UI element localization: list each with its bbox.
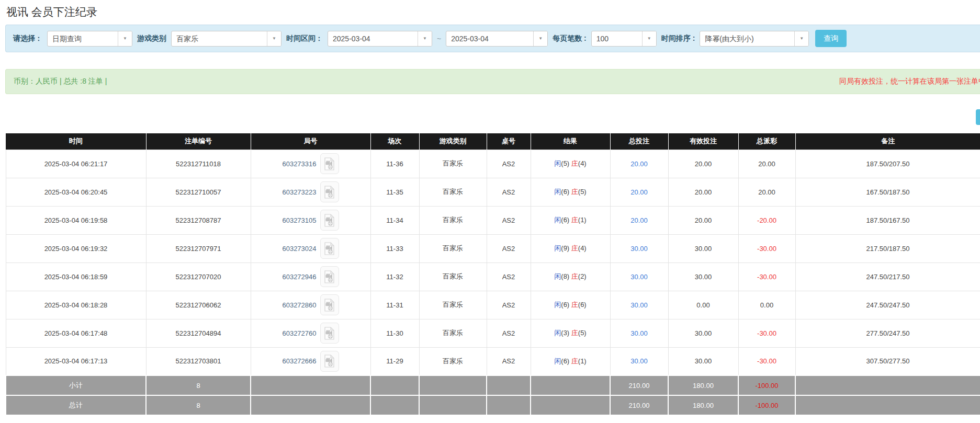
cell-remark: 277.50/247.50 [795,319,980,347]
col-header-game: 游戏类别 [419,133,487,150]
search-type-select[interactable]: 日期查询▼ [47,31,132,47]
result-player-label: 闲 [554,301,561,308]
cell-round: 603272666 [251,347,370,375]
cell-payout: -30.00 [738,262,795,291]
video-replay-button[interactable] [320,238,339,259]
table-row: 2025-03-04 06:19:58522312708787603273105… [6,206,980,234]
col-header-total_bet: 总投注 [610,133,668,150]
cell-bet_id: 522312710057 [146,178,251,206]
total-bet-value: 20.00 [630,188,648,196]
col-header-time: 时间 [6,133,146,150]
cell-bet_id: 522312711018 [146,150,251,178]
sort-order-select[interactable]: 降幂(由大到小)▼ [700,31,809,47]
currency-summary-text: 币别：人民币 | 总共 :8 注单 | [14,77,107,86]
cell-result: 闲(6) 庄(5) [531,178,610,206]
summary-cell-remark [795,395,980,415]
result-banker-label: 庄 [571,216,578,224]
round-number: 603272860 [282,301,316,309]
result-player-label: 闲 [554,159,561,167]
payout-value: -30.00 [757,357,776,365]
table-row: 2025-03-04 06:18:28522312706062603272860… [6,291,980,319]
cell-valid_bet: 0.00 [668,291,738,319]
summary-cell-bet_id: 8 [146,395,251,415]
video-replay-button[interactable] [320,294,339,315]
cell-game: 百家乐 [419,150,487,178]
cell-session: 11-33 [370,234,419,262]
total-bet-value: 30.00 [630,273,648,281]
result-player-label: 闲 [554,216,561,224]
video-replay-button[interactable] [320,266,339,287]
round-cell-content: 603273105 [282,210,339,231]
video-replay-icon [324,270,335,283]
cell-total_bet: 30.00 [610,291,668,319]
cell-desk: AS2 [487,150,531,178]
cell-game: 百家乐 [419,206,487,234]
cell-desk: AS2 [487,178,531,206]
result-player-label: 闲 [554,272,561,280]
video-replay-button[interactable] [320,210,339,231]
cell-session: 11-30 [370,319,419,347]
payout-value: 20.00 [758,160,775,168]
page-size-select[interactable]: 100▼ [591,31,657,47]
payout-value: -30.00 [757,245,776,253]
bet-records-table: 时间注单编号局号场次游戏类别桌号结果总投注有效投注总派彩备注 2025-03-0… [5,133,980,416]
col-header-desk: 桌号 [487,133,531,150]
video-replay-button[interactable] [320,351,339,372]
round-number: 603272946 [282,273,316,281]
cell-remark: 247.50/217.50 [795,262,980,291]
search-type-select-value: 日期查询 [48,31,118,46]
video-replay-icon [324,355,335,368]
round-cell-content: 603272860 [282,294,339,315]
summary-cell-desk [487,375,531,395]
round-cell-content: 603273223 [282,181,339,202]
cell-result: 闲(6) 庄(6) [531,291,610,319]
round-number: 603272666 [282,357,316,365]
round-cell-content: 603272760 [282,323,339,344]
summary-cell-time: 小计 [6,375,146,395]
cell-game: 百家乐 [419,234,487,262]
summary-cell-total_bet: 210.00 [610,375,668,395]
cell-remark: 307.50/277.50 [795,347,980,375]
cell-session: 11-35 [370,178,419,206]
summary-cell-result [531,375,610,395]
cell-time: 2025-03-04 06:20:45 [6,178,146,206]
date-to-select-value: 2025-03-04 [446,31,533,46]
round-cell-content: 603273024 [282,238,339,259]
summary-cell-valid_bet: 180.00 [668,395,738,415]
cell-remark: 247.50/247.50 [795,291,980,319]
page-title: 视讯 会员下注纪录 [6,5,980,19]
cell-session: 11-29 [370,347,419,375]
table-header-row: 时间注单编号局号场次游戏类别桌号结果总投注有效投注总派彩备注 [6,133,980,150]
export-button[interactable] [976,109,980,125]
table-row: 2025-03-04 06:19:32522312707971603273024… [6,234,980,262]
cell-bet_id: 522312706062 [146,291,251,319]
payout-value: -30.00 [757,329,776,337]
col-header-round: 局号 [251,133,370,150]
cell-session: 11-31 [370,291,419,319]
result-banker-label: 庄 [571,329,578,337]
query-button[interactable]: 查询 [815,30,847,47]
round-cell-content: 603273316 [282,153,339,174]
result-banker-label: 庄 [571,244,578,252]
cell-round: 603273105 [251,206,370,234]
date-from-select[interactable]: 2025-03-04▼ [328,31,432,47]
cell-total_bet: 30.00 [610,234,668,262]
cell-time: 2025-03-04 06:19:58 [6,206,146,234]
cell-game: 百家乐 [419,262,487,291]
video-replay-icon [324,214,335,227]
cell-payout: -30.00 [738,234,795,262]
cell-valid_bet: 20.00 [668,206,738,234]
date-to-select[interactable]: 2025-03-04▼ [446,31,548,47]
video-replay-icon [324,242,335,255]
cell-payout: -20.00 [738,206,795,234]
game-type-select[interactable]: 百家乐▼ [171,31,281,47]
result-player-label: 闲 [554,188,561,196]
cell-valid_bet: 30.00 [668,234,738,262]
video-replay-icon [324,299,335,312]
cell-result: 闲(5) 庄(4) [531,150,610,178]
video-replay-button[interactable] [320,323,339,344]
video-replay-button[interactable] [320,181,339,202]
result-banker-label: 庄 [571,357,578,365]
round-number: 603273316 [282,160,316,168]
video-replay-button[interactable] [320,153,339,174]
